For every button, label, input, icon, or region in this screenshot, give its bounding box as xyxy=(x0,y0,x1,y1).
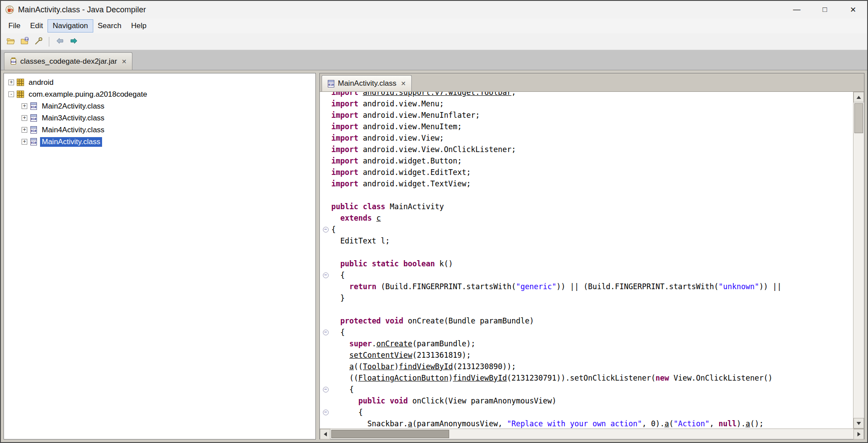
horizontal-scroll-track[interactable] xyxy=(330,429,853,439)
jar-tab[interactable]: 010 classes_codegate-dex2jar.jar ✕ xyxy=(4,52,132,70)
fold-gutter-cell xyxy=(320,338,331,349)
code-line: return (Build.FINGERPRINT.startsWith("ge… xyxy=(320,281,853,292)
fold-collapse-icon[interactable]: − xyxy=(320,384,331,395)
code-line: public static boolean k() xyxy=(320,258,853,269)
code-line-text: import android.widget.TextView; xyxy=(331,178,471,189)
fold-collapse-icon[interactable]: − xyxy=(320,407,331,418)
tree-item-com-example-puing-a2018codegate[interactable]: -com.example.puing.a2018codegate xyxy=(6,88,314,100)
horizontal-scrollbar[interactable] xyxy=(320,428,864,439)
code-line: import android.widget.Button; xyxy=(320,155,853,167)
expand-expander-icon[interactable]: + xyxy=(22,127,27,133)
fold-gutter-cell xyxy=(320,258,331,269)
code-line-text: import android.view.View.OnClickListener… xyxy=(331,144,516,155)
code-line-text: a((Toolbar)findViewById(2131230890)); xyxy=(331,361,516,372)
class-icon: 010 xyxy=(30,138,37,145)
package-icon xyxy=(17,79,24,86)
arrow-up-icon xyxy=(857,96,861,99)
fold-collapse-icon[interactable]: − xyxy=(320,224,331,235)
open-file-icon xyxy=(6,36,15,47)
expand-expander-icon[interactable]: + xyxy=(22,139,27,145)
tree-item-label[interactable]: MainActivity.class xyxy=(40,137,102,147)
tree-item-label[interactable]: com.example.puing.a2018codegate xyxy=(27,90,149,99)
fold-gutter-cell xyxy=(320,201,331,212)
menu-item-edit[interactable]: Edit xyxy=(25,20,48,32)
jar-file-icon: 010 xyxy=(10,58,17,65)
open-type-button[interactable]: 010 xyxy=(18,35,31,48)
arrow-down-icon xyxy=(857,422,861,425)
code-line-text: } xyxy=(331,292,345,304)
fold-gutter-cell xyxy=(320,121,331,132)
jar-tab-close-icon[interactable]: ✕ xyxy=(121,58,127,65)
menu-item-navigation[interactable]: Navigation xyxy=(48,20,93,32)
vertical-scroll-thumb[interactable] xyxy=(854,103,863,133)
fold-collapse-icon[interactable]: − xyxy=(320,327,331,338)
tree-item-main2activity-class[interactable]: +010Main2Activity.class xyxy=(6,100,314,112)
class-file-icon: 010 xyxy=(327,80,335,87)
close-button[interactable]: ✕ xyxy=(839,1,867,18)
code-line: import android.widget.TextView; xyxy=(320,178,853,189)
fold-gutter-cell xyxy=(320,189,331,201)
fold-gutter-cell xyxy=(320,281,331,292)
horizontal-scroll-thumb[interactable] xyxy=(331,430,449,438)
code-line-text: import android.view.View; xyxy=(331,132,444,144)
menu-item-help[interactable]: Help xyxy=(126,20,151,32)
fold-gutter-cell xyxy=(320,178,331,189)
scroll-up-button[interactable] xyxy=(853,92,864,102)
fold-gutter-cell xyxy=(320,212,331,224)
expand-expander-icon[interactable]: + xyxy=(22,115,27,121)
maximize-button[interactable]: □ xyxy=(811,1,839,18)
main-content: +android-com.example.puing.a2018codegate… xyxy=(1,70,867,442)
menu-item-file[interactable]: File xyxy=(4,20,25,32)
vertical-scrollbar[interactable] xyxy=(853,92,864,428)
minimize-button[interactable]: — xyxy=(783,1,811,18)
expand-expander-icon[interactable]: + xyxy=(22,103,27,109)
class-icon: 010 xyxy=(30,126,37,134)
svg-text:010: 010 xyxy=(31,141,36,145)
package-tree-panel: +android-com.example.puing.a2018codegate… xyxy=(4,73,316,439)
back-icon xyxy=(55,36,64,47)
app-icon xyxy=(5,5,14,14)
editor-tab-label: MainActivity.class xyxy=(338,79,396,88)
tree-item-main4activity-class[interactable]: +010Main4Activity.class xyxy=(6,124,314,136)
fold-collapse-icon[interactable]: − xyxy=(320,269,331,281)
search-button[interactable] xyxy=(32,35,45,48)
tree-item-main3activity-class[interactable]: +010Main3Activity.class xyxy=(6,112,314,124)
open-file-button[interactable] xyxy=(4,35,17,48)
tree-item-label[interactable]: android xyxy=(27,78,55,87)
back-button[interactable] xyxy=(53,35,66,48)
arrow-left-icon xyxy=(324,432,327,436)
collapse-expander-icon[interactable]: - xyxy=(8,91,14,97)
tree-item-label[interactable]: Main2Activity.class xyxy=(40,102,106,111)
code-line xyxy=(320,247,853,258)
vertical-scroll-track[interactable] xyxy=(853,102,864,418)
code-line-text: extends c xyxy=(331,212,381,224)
tree-item-label[interactable]: Main3Activity.class xyxy=(40,113,106,123)
fold-gutter-cell xyxy=(320,361,331,372)
code-line-text: public void onClick(View paramAnonymousV… xyxy=(331,395,557,407)
expand-expander-icon[interactable]: + xyxy=(8,80,14,85)
tree-item-android[interactable]: +android xyxy=(6,76,314,88)
tree-item-label[interactable]: Main4Activity.class xyxy=(40,125,106,135)
code-line: } xyxy=(320,292,853,304)
code-line: − { xyxy=(320,407,853,418)
fold-gutter-cell xyxy=(320,292,331,304)
fold-gutter-cell xyxy=(320,349,331,361)
code-line: setContentView(2131361819); xyxy=(320,349,853,361)
tree-item-mainactivity-class[interactable]: +010MainActivity.class xyxy=(6,136,314,148)
class-icon: 010 xyxy=(30,114,37,122)
scroll-left-button[interactable] xyxy=(320,429,330,439)
editor-tab-close-icon[interactable]: ✕ xyxy=(401,80,406,87)
fold-gutter-cell xyxy=(320,92,331,98)
editor-tab[interactable]: 010 MainActivity.class ✕ xyxy=(322,75,412,91)
fold-gutter-cell xyxy=(320,98,331,109)
code-content: import android.support.v7.widget.Toolbar… xyxy=(320,92,853,428)
code-viewport[interactable]: import android.support.v7.widget.Toolbar… xyxy=(320,92,853,428)
menu-item-search[interactable]: Search xyxy=(93,20,126,32)
code-line: protected void onCreate(Bundle paramBund… xyxy=(320,315,853,327)
scroll-down-button[interactable] xyxy=(853,418,864,428)
code-line-text: return (Build.FINGERPRINT.startsWith("ge… xyxy=(331,281,782,292)
code-line xyxy=(320,304,853,315)
forward-button[interactable] xyxy=(67,35,80,48)
svg-text:010: 010 xyxy=(25,38,28,40)
scroll-right-button[interactable] xyxy=(853,429,864,439)
